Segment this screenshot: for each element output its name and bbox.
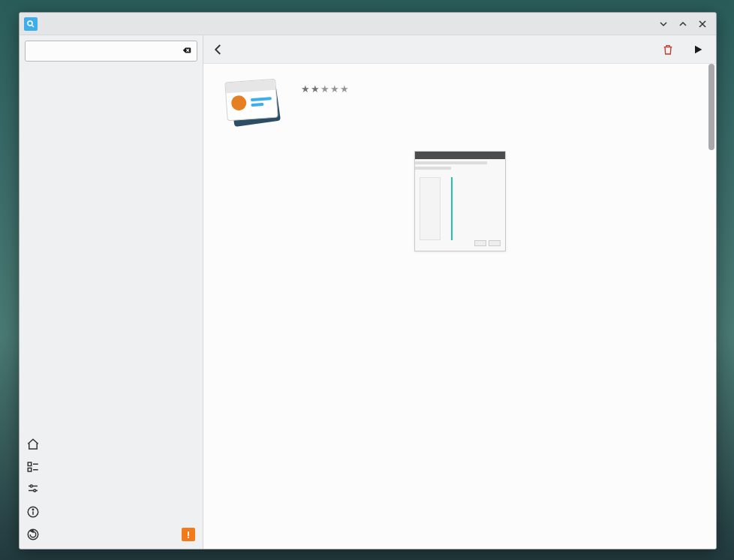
svg-point-12	[32, 509, 34, 510]
sidebar: !	[20, 35, 203, 549]
minimize-button[interactable]	[657, 18, 669, 30]
star-icons: ★★★★★	[301, 83, 349, 95]
settings-icon	[26, 482, 41, 497]
settings-item[interactable]	[20, 478, 203, 501]
svg-rect-4	[28, 468, 32, 472]
app-window: !	[19, 12, 717, 549]
scrollbar[interactable]	[708, 64, 714, 150]
svg-point-7	[30, 485, 32, 487]
home-item[interactable]	[20, 433, 203, 456]
app-icon	[24, 17, 38, 31]
window-body: !	[20, 35, 716, 549]
update-icon	[26, 527, 41, 542]
screenshot-thumb[interactable]	[414, 151, 506, 251]
svg-line-1	[32, 25, 34, 27]
info-icon	[26, 504, 41, 519]
update-item[interactable]: !	[20, 523, 203, 546]
update-badge: !	[182, 528, 195, 541]
launch-button[interactable]	[692, 44, 708, 56]
screenshot-area[interactable]	[223, 151, 696, 251]
main-pane: ★★★★★	[203, 35, 716, 549]
about-item[interactable]	[20, 501, 203, 523]
rating-row[interactable]: ★★★★★	[301, 83, 353, 95]
category-list	[20, 66, 203, 433]
app-icon-large	[223, 76, 284, 137]
sidebar-footer: !	[20, 433, 203, 549]
svg-rect-2	[28, 462, 32, 466]
clear-search-icon[interactable]	[182, 45, 192, 58]
home-icon	[26, 437, 41, 452]
svg-point-9	[34, 489, 36, 492]
close-button[interactable]	[696, 18, 708, 30]
search-input[interactable]	[25, 41, 197, 62]
installed-item[interactable]	[20, 456, 203, 478]
topbar	[203, 35, 716, 64]
content-area[interactable]: ★★★★★	[203, 64, 716, 549]
titlebar	[20, 13, 716, 35]
search-field[interactable]	[30, 46, 182, 57]
remove-button[interactable]	[662, 44, 678, 56]
installed-icon	[26, 459, 41, 474]
maximize-button[interactable]	[677, 18, 689, 30]
back-button[interactable]	[208, 39, 229, 60]
info-grid	[223, 268, 696, 271]
